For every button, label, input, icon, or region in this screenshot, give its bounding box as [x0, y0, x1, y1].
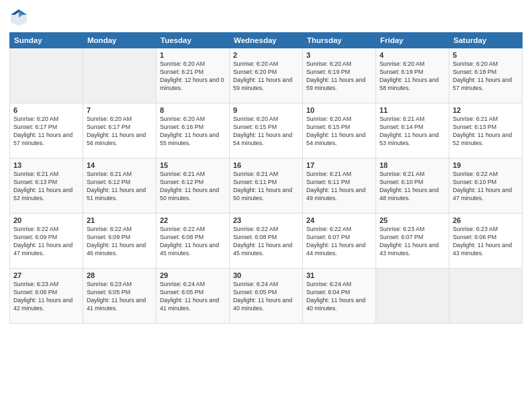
day-number: 29 [160, 271, 226, 279]
cell-info: Sunrise: 6:24 AMSunset: 6:04 PMDaylight:… [306, 281, 365, 312]
calendar-week-row: 1Sunrise: 6:20 AMSunset: 6:21 PMDaylight… [10, 48, 523, 103]
cell-info: Sunrise: 6:20 AMSunset: 6:15 PMDaylight:… [306, 116, 365, 146]
weekday-header-row: SundayMondayTuesdayWednesdayThursdayFrid… [10, 33, 523, 48]
cell-info: Sunrise: 6:20 AMSunset: 6:17 PMDaylight:… [87, 116, 146, 146]
calendar-cell: 28Sunrise: 6:23 AMSunset: 6:05 PMDayligh… [83, 269, 157, 324]
day-number: 19 [453, 161, 519, 169]
cell-info: Sunrise: 6:20 AMSunset: 6:16 PMDaylight:… [160, 116, 219, 146]
calendar-cell: 30Sunrise: 6:24 AMSunset: 6:05 PMDayligh… [230, 269, 303, 324]
calendar-cell: 25Sunrise: 6:23 AMSunset: 6:07 PMDayligh… [376, 214, 449, 269]
day-number: 18 [380, 161, 445, 169]
weekday-header: Saturday [449, 33, 523, 48]
cell-info: Sunrise: 6:21 AMSunset: 6:13 PMDaylight:… [13, 171, 73, 201]
cell-info: Sunrise: 6:22 AMSunset: 6:08 PMDaylight:… [160, 226, 219, 257]
cell-info: Sunrise: 6:24 AMSunset: 6:05 PMDaylight:… [160, 281, 219, 312]
weekday-header: Wednesday [230, 33, 303, 48]
calendar-cell: 14Sunrise: 6:21 AMSunset: 6:12 PMDayligh… [83, 158, 157, 214]
weekday-header: Monday [83, 33, 157, 48]
logo-icon [9, 8, 28, 27]
day-number: 31 [306, 271, 372, 279]
logo [9, 8, 31, 27]
calendar-cell: 29Sunrise: 6:24 AMSunset: 6:05 PMDayligh… [157, 269, 230, 324]
cell-info: Sunrise: 6:22 AMSunset: 6:08 PMDaylight:… [233, 226, 292, 257]
cell-info: Sunrise: 6:22 AMSunset: 6:07 PMDaylight:… [306, 226, 365, 257]
day-number: 30 [233, 271, 299, 279]
calendar-cell [10, 48, 83, 103]
day-number: 8 [160, 106, 226, 114]
calendar-cell [83, 48, 157, 103]
calendar-container: SundayMondayTuesdayWednesdayThursdayFrid… [0, 0, 532, 411]
day-number: 24 [306, 216, 372, 224]
calendar-cell: 7Sunrise: 6:20 AMSunset: 6:17 PMDaylight… [83, 103, 157, 158]
header [9, 8, 523, 27]
cell-info: Sunrise: 6:20 AMSunset: 6:20 PMDaylight:… [233, 60, 292, 91]
day-number: 28 [87, 271, 152, 279]
calendar-cell: 21Sunrise: 6:22 AMSunset: 6:09 PMDayligh… [83, 214, 157, 269]
calendar-cell: 13Sunrise: 6:21 AMSunset: 6:13 PMDayligh… [10, 158, 83, 214]
day-number: 13 [13, 161, 79, 169]
calendar-cell: 8Sunrise: 6:20 AMSunset: 6:16 PMDaylight… [157, 103, 230, 158]
cell-info: Sunrise: 6:24 AMSunset: 6:05 PMDaylight:… [233, 281, 292, 312]
calendar-cell: 17Sunrise: 6:21 AMSunset: 6:11 PMDayligh… [303, 158, 376, 214]
calendar-cell: 3Sunrise: 6:20 AMSunset: 6:19 PMDaylight… [303, 48, 376, 103]
day-number: 17 [306, 161, 372, 169]
calendar-cell: 19Sunrise: 6:22 AMSunset: 6:10 PMDayligh… [449, 158, 523, 214]
calendar-cell: 26Sunrise: 6:23 AMSunset: 6:06 PMDayligh… [449, 214, 523, 269]
cell-info: Sunrise: 6:20 AMSunset: 6:17 PMDaylight:… [13, 116, 73, 146]
day-number: 22 [160, 216, 226, 224]
calendar-cell: 22Sunrise: 6:22 AMSunset: 6:08 PMDayligh… [157, 214, 230, 269]
cell-info: Sunrise: 6:23 AMSunset: 6:07 PMDaylight:… [380, 226, 439, 257]
day-number: 3 [306, 51, 372, 59]
weekday-header: Friday [376, 33, 449, 48]
cell-info: Sunrise: 6:20 AMSunset: 6:18 PMDaylight:… [453, 60, 512, 91]
calendar-cell: 24Sunrise: 6:22 AMSunset: 6:07 PMDayligh… [303, 214, 376, 269]
calendar-cell: 27Sunrise: 6:23 AMSunset: 6:06 PMDayligh… [10, 269, 83, 324]
calendar-cell: 18Sunrise: 6:21 AMSunset: 6:10 PMDayligh… [376, 158, 449, 214]
day-number: 14 [87, 161, 152, 169]
calendar-week-row: 13Sunrise: 6:21 AMSunset: 6:13 PMDayligh… [10, 158, 523, 214]
cell-info: Sunrise: 6:22 AMSunset: 6:09 PMDaylight:… [87, 226, 146, 257]
calendar-cell: 9Sunrise: 6:20 AMSunset: 6:15 PMDaylight… [230, 103, 303, 158]
cell-info: Sunrise: 6:21 AMSunset: 6:14 PMDaylight:… [380, 116, 439, 146]
calendar-week-row: 27Sunrise: 6:23 AMSunset: 6:06 PMDayligh… [10, 269, 523, 324]
day-number: 16 [233, 161, 299, 169]
cell-info: Sunrise: 6:20 AMSunset: 6:21 PMDaylight:… [160, 60, 224, 91]
cell-info: Sunrise: 6:23 AMSunset: 6:05 PMDaylight:… [87, 281, 146, 312]
calendar-cell: 5Sunrise: 6:20 AMSunset: 6:18 PMDaylight… [449, 48, 523, 103]
weekday-header: Sunday [10, 33, 83, 48]
cell-info: Sunrise: 6:21 AMSunset: 6:13 PMDaylight:… [453, 116, 512, 146]
day-number: 1 [160, 51, 226, 59]
calendar-table: SundayMondayTuesdayWednesdayThursdayFrid… [9, 32, 523, 324]
day-number: 5 [453, 51, 519, 59]
day-number: 2 [233, 51, 299, 59]
day-number: 27 [13, 271, 79, 279]
day-number: 23 [233, 216, 299, 224]
day-number: 9 [233, 106, 299, 114]
calendar-cell: 4Sunrise: 6:20 AMSunset: 6:19 PMDaylight… [376, 48, 449, 103]
cell-info: Sunrise: 6:23 AMSunset: 6:06 PMDaylight:… [13, 281, 73, 312]
calendar-cell: 15Sunrise: 6:21 AMSunset: 6:12 PMDayligh… [157, 158, 230, 214]
cell-info: Sunrise: 6:22 AMSunset: 6:09 PMDaylight:… [13, 226, 73, 257]
day-number: 25 [380, 216, 445, 224]
cell-info: Sunrise: 6:21 AMSunset: 6:11 PMDaylight:… [306, 171, 365, 201]
cell-info: Sunrise: 6:21 AMSunset: 6:10 PMDaylight:… [380, 171, 439, 201]
cell-info: Sunrise: 6:21 AMSunset: 6:11 PMDaylight:… [233, 171, 292, 201]
cell-info: Sunrise: 6:20 AMSunset: 6:19 PMDaylight:… [380, 60, 439, 91]
calendar-cell: 2Sunrise: 6:20 AMSunset: 6:20 PMDaylight… [230, 48, 303, 103]
calendar-cell [376, 269, 449, 324]
calendar-cell: 6Sunrise: 6:20 AMSunset: 6:17 PMDaylight… [10, 103, 83, 158]
day-number: 21 [87, 216, 152, 224]
calendar-cell: 1Sunrise: 6:20 AMSunset: 6:21 PMDaylight… [157, 48, 230, 103]
calendar-week-row: 6Sunrise: 6:20 AMSunset: 6:17 PMDaylight… [10, 103, 523, 158]
weekday-header: Tuesday [157, 33, 230, 48]
cell-info: Sunrise: 6:21 AMSunset: 6:12 PMDaylight:… [160, 171, 219, 201]
weekday-header: Thursday [303, 33, 376, 48]
calendar-cell: 11Sunrise: 6:21 AMSunset: 6:14 PMDayligh… [376, 103, 449, 158]
cell-info: Sunrise: 6:20 AMSunset: 6:15 PMDaylight:… [233, 116, 292, 146]
calendar-cell [449, 269, 523, 324]
day-number: 15 [160, 161, 226, 169]
calendar-cell: 10Sunrise: 6:20 AMSunset: 6:15 PMDayligh… [303, 103, 376, 158]
cell-info: Sunrise: 6:22 AMSunset: 6:10 PMDaylight:… [453, 171, 512, 201]
calendar-cell: 23Sunrise: 6:22 AMSunset: 6:08 PMDayligh… [230, 214, 303, 269]
cell-info: Sunrise: 6:23 AMSunset: 6:06 PMDaylight:… [453, 226, 512, 257]
